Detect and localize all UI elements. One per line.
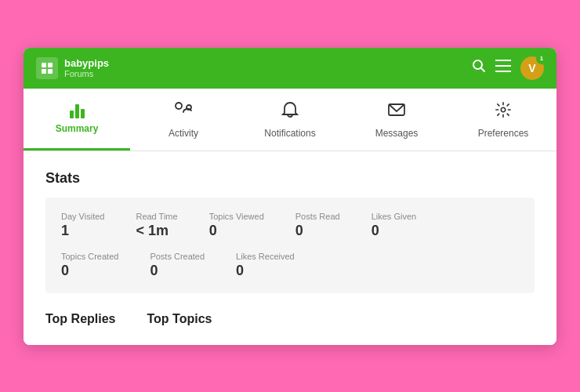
- stat-likes-received: Likes Received 0: [236, 252, 295, 279]
- logo-name: babypips: [64, 57, 109, 70]
- tab-activity-label: Activity: [169, 128, 198, 139]
- stat-posts-read-label: Posts Read: [295, 212, 340, 221]
- messages-icon: [387, 101, 406, 123]
- stats-row-1: Day Visited 1 Read Time < 1m Topics View…: [61, 212, 519, 239]
- header-actions: V 1: [472, 56, 544, 80]
- tab-notifications-label: Notifications: [264, 128, 315, 139]
- stat-read-time-label: Read Time: [136, 212, 177, 221]
- avatar-letter: V: [528, 62, 535, 74]
- stat-topics-viewed-value: 0: [209, 223, 264, 239]
- hamburger-icon[interactable]: [495, 59, 511, 77]
- header: babypips Forums V 1: [24, 48, 556, 89]
- stat-likes-received-value: 0: [236, 263, 295, 279]
- main-window: babypips Forums V 1: [24, 48, 556, 345]
- svg-rect-0: [42, 63, 46, 67]
- stat-posts-read-value: 0: [295, 223, 340, 239]
- logo-text: babypips Forums: [64, 57, 109, 79]
- stat-posts-created: Posts Created 0: [150, 252, 205, 279]
- stat-likes-given: Likes Given 0: [372, 212, 416, 239]
- summary-icon: [70, 101, 85, 118]
- tab-summary-label: Summary: [56, 123, 99, 134]
- notifications-icon: [281, 101, 299, 123]
- svg-line-5: [481, 68, 485, 72]
- stat-topics-viewed-label: Topics Viewed: [209, 212, 264, 221]
- stat-topics-created: Topics Created 0: [61, 252, 118, 279]
- stat-likes-given-value: 0: [372, 223, 416, 239]
- tab-messages[interactable]: Messages: [343, 89, 450, 151]
- stat-topics-created-value: 0: [61, 263, 118, 279]
- preferences-icon: [494, 101, 513, 123]
- bottom-section: Top Replies Top Topics: [45, 312, 535, 326]
- stat-likes-received-label: Likes Received: [236, 252, 295, 261]
- avatar-badge: 1: [536, 53, 547, 64]
- svg-point-10: [187, 105, 191, 110]
- svg-point-12: [501, 107, 506, 112]
- search-icon[interactable]: [472, 59, 486, 77]
- stat-posts-created-value: 0: [150, 263, 205, 279]
- stat-likes-given-label: Likes Given: [372, 212, 416, 221]
- svg-rect-1: [48, 63, 53, 67]
- svg-rect-3: [48, 69, 53, 74]
- stat-posts-created-label: Posts Created: [150, 252, 205, 261]
- svg-point-9: [176, 103, 182, 109]
- stat-read-time: Read Time < 1m: [136, 212, 177, 239]
- stat-topics-viewed: Topics Viewed 0: [209, 212, 264, 239]
- logo-icon: [36, 57, 58, 79]
- top-topics-heading: Top Topics: [147, 312, 212, 326]
- logo[interactable]: babypips Forums: [36, 57, 109, 79]
- stats-title: Stats: [45, 170, 535, 187]
- stat-read-time-value: < 1m: [136, 223, 177, 239]
- activity-icon: [174, 101, 193, 123]
- tab-preferences[interactable]: Preferences: [450, 89, 556, 151]
- top-replies-heading: Top Replies: [45, 312, 116, 326]
- logo-sub: Forums: [64, 69, 109, 78]
- stat-topics-created-label: Topics Created: [61, 252, 118, 261]
- stat-day-visited-value: 1: [61, 223, 104, 239]
- svg-rect-2: [42, 69, 46, 74]
- stats-box: Day Visited 1 Read Time < 1m Topics View…: [45, 198, 535, 293]
- stats-row-2: Topics Created 0 Posts Created 0 Likes R…: [61, 252, 519, 279]
- avatar[interactable]: V 1: [520, 56, 544, 80]
- tab-preferences-label: Preferences: [478, 128, 529, 139]
- stat-day-visited-label: Day Visited: [61, 212, 104, 221]
- tab-summary[interactable]: Summary: [24, 89, 130, 151]
- stat-posts-read: Posts Read 0: [295, 212, 340, 239]
- tab-messages-label: Messages: [375, 128, 419, 139]
- nav-tabs: Summary Activity Notifications: [24, 89, 556, 151]
- stat-day-visited: Day Visited 1: [61, 212, 104, 239]
- tab-notifications[interactable]: Notifications: [237, 89, 343, 151]
- main-content: Stats Day Visited 1 Read Time < 1m Topic…: [24, 151, 556, 345]
- tab-activity[interactable]: Activity: [130, 89, 237, 151]
